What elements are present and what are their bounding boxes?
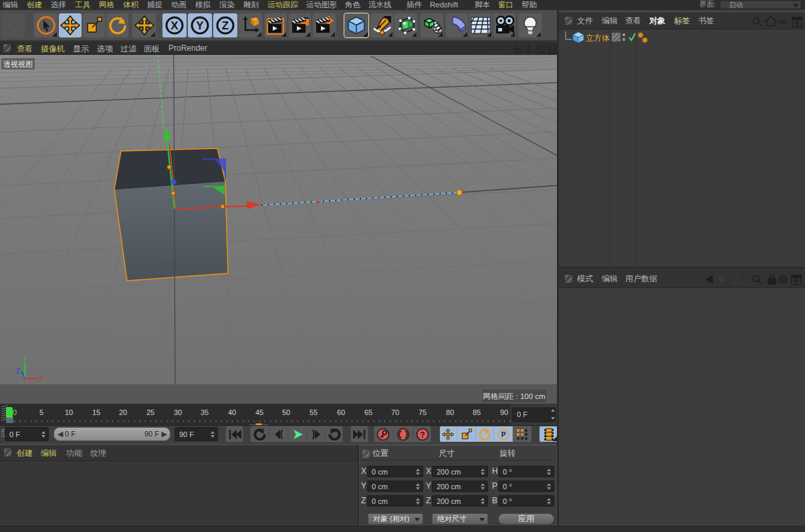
svg-text:P: P xyxy=(501,431,505,438)
svg-text:5: 5 xyxy=(39,408,43,416)
svg-text:85: 85 xyxy=(473,408,481,416)
svg-text:0: 0 xyxy=(13,408,17,416)
svg-text:60: 60 xyxy=(337,408,345,416)
svg-text:20: 20 xyxy=(119,408,127,416)
svg-text:透视视图: 透视视图 xyxy=(3,60,33,68)
svg-text:X: X xyxy=(170,19,179,32)
svg-text:35: 35 xyxy=(201,408,209,416)
svg-text:Z: Z xyxy=(16,368,20,375)
svg-text:25: 25 xyxy=(146,408,154,416)
svg-text:X: X xyxy=(39,375,44,382)
svg-text:75: 75 xyxy=(419,408,427,416)
svg-text:10: 10 xyxy=(65,408,73,416)
svg-text:0 F: 0 F xyxy=(517,410,528,418)
svg-text:Y: Y xyxy=(196,19,204,32)
svg-text:40: 40 xyxy=(228,408,236,416)
svg-text:45: 45 xyxy=(255,408,263,416)
svg-text:55: 55 xyxy=(310,408,318,416)
svg-text:30: 30 xyxy=(174,408,182,416)
svg-text:70: 70 xyxy=(391,408,399,416)
svg-text:Y: Y xyxy=(23,356,27,363)
svg-text:90: 90 xyxy=(500,408,508,416)
svg-text:网格间距 : 100 cm: 网格间距 : 100 cm xyxy=(483,392,545,400)
svg-text:80: 80 xyxy=(446,408,454,416)
svg-text:?: ? xyxy=(420,430,425,439)
svg-text:立方体: 立方体 xyxy=(586,33,610,43)
svg-text:Z: Z xyxy=(222,19,229,32)
svg-text:65: 65 xyxy=(364,408,372,416)
svg-text:50: 50 xyxy=(282,408,290,416)
svg-text:15: 15 xyxy=(92,408,100,416)
